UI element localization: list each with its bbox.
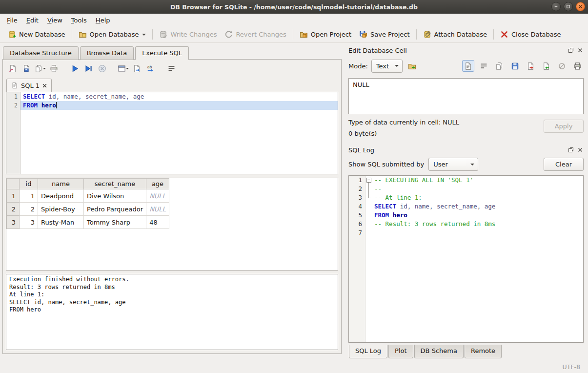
open-sql-file-icon [9,64,17,73]
menu-edit[interactable]: Edit [22,15,43,25]
row-number[interactable]: 3 [7,216,20,229]
cell[interactable]: Pedro Parqueador [84,203,146,216]
attach-database-button[interactable]: Attach Database [419,28,491,41]
word-wrap-icon [480,62,488,70]
cell[interactable]: Dive Wilson [84,189,146,203]
undock-icon[interactable] [568,146,574,153]
tab-db-schema[interactable]: DB Schema [414,345,464,358]
close-tab-icon[interactable] [42,83,47,88]
close-icon[interactable] [576,2,585,11]
save-results-button[interactable] [34,62,46,74]
open-sql-file-button[interactable] [7,62,19,74]
sql-editor[interactable]: 12 SELECT id, name, secret_name, ageFROM… [6,92,338,174]
open-project-button[interactable]: Open Project [296,28,355,41]
undock-icon[interactable] [568,47,574,54]
find-replace-button[interactable]: ab [144,62,157,74]
print-button[interactable] [571,60,584,72]
maximize-icon[interactable] [564,2,573,11]
tab-sql-log[interactable]: SQL Log [349,345,387,358]
close-database-button[interactable]: Close Database [496,28,565,41]
column-header-secret-name[interactable]: secret_name [84,179,146,189]
cell[interactable]: 1 [20,189,38,203]
set-null-icon [558,62,566,70]
export-button[interactable] [131,62,143,74]
tab-database-structure[interactable]: Database Structure [3,46,79,60]
chevron-down-icon[interactable] [142,34,146,36]
text-document-button[interactable] [462,60,474,72]
copy-button[interactable] [493,60,506,72]
row-number[interactable]: 1 [7,189,20,203]
cell[interactable]: Rusty-Man [38,216,84,229]
cell[interactable]: NULL [146,203,169,216]
menu-file[interactable]: File [2,15,22,25]
cell[interactable]: Tommy Sharp [84,216,146,229]
cell[interactable]: 3 [20,216,38,229]
column-header-age[interactable]: age [146,179,169,189]
tab-execute-sql[interactable]: Execute SQL [135,46,189,60]
clear-button[interactable]: Clear [544,158,584,171]
token [38,102,41,109]
line-number: 1 [6,92,20,101]
right-pane: Edit Database Cell Mode: Text NULL Type … [344,43,588,360]
chevron-down-icon [470,164,474,166]
column-header-id[interactable]: id [20,179,38,189]
save-sql-file-button[interactable] [20,62,33,74]
chevron-down-icon[interactable] [126,68,129,69]
open-tab-button[interactable] [117,62,129,74]
table-row[interactable]: 33Rusty-ManTommy Sharp48 [7,216,169,229]
cell-editor[interactable]: NULL [348,78,584,114]
fold-marker-icon[interactable] [365,193,372,202]
cell[interactable]: 48 [146,216,169,229]
save-button[interactable] [509,60,521,72]
word-wrap-button[interactable] [165,62,178,74]
toolbar-separator [416,29,417,40]
close-panel-icon[interactable] [577,146,584,153]
new-database-button[interactable]: New Database [4,28,69,41]
word-wrap-button[interactable] [478,60,490,72]
code-line[interactable]: SELECT id, name, secret_name, age [20,92,338,101]
tab-browse-data[interactable]: Browse Data [80,46,134,60]
execute-all-button[interactable] [69,62,81,74]
cell[interactable]: 2 [20,203,38,216]
cell[interactable]: NULL [146,189,169,203]
code-line[interactable]: FROM hero [20,101,338,110]
mode-select[interactable]: Text [371,60,403,73]
cell[interactable]: Spider-Boy [38,203,84,216]
titlebar[interactable]: DB Browser for SQLite - /home/user/code/… [0,0,588,14]
cell[interactable]: Deadpond [38,189,84,203]
minimize-icon[interactable] [551,2,561,11]
execute-current-line-button[interactable] [82,62,95,74]
fold-marker-icon[interactable] [365,185,372,193]
editor-code[interactable]: SELECT id, name, secret_name, ageFROM he… [20,92,338,174]
log-line-number: 3 [349,193,365,202]
open-file-button[interactable] [406,60,418,72]
row-number[interactable]: 2 [7,203,20,216]
results-grid[interactable]: idnamesecret_nameage11DeadpondDive Wilso… [6,178,338,270]
fold-marker-icon[interactable] [365,176,372,185]
open-database-button[interactable]: Open Database [75,28,150,41]
tab-plot[interactable]: Plot [388,345,413,358]
log-filter-select[interactable]: User [428,158,478,171]
token: id, name, secret_name, age [396,203,495,210]
sql-log-viewer[interactable]: 1234567 -- EXECUTING ALL IN 'SQL 1'---- … [348,175,584,343]
menu-tools[interactable]: Tools [67,15,91,25]
table-row[interactable]: 11DeadpondDive WilsonNULL [7,189,169,203]
close-panel-icon[interactable] [577,47,584,54]
save-project-button[interactable]: Save Project [355,28,414,41]
grid-corner-cell[interactable] [7,179,20,189]
execute-all-icon [71,64,79,73]
tab-remote[interactable]: Remote [465,345,502,358]
import-data-button[interactable] [540,60,552,72]
column-header-name[interactable]: name [38,179,84,189]
log-fold-column[interactable] [365,176,372,342]
export-data-button[interactable] [525,60,537,72]
menu-view[interactable]: View [43,15,67,25]
sql-file-tab[interactable]: SQL 1 [6,79,52,92]
table-row[interactable]: 22Spider-BoyPedro ParqueadorNULL [7,203,169,216]
menu-help[interactable]: Help [91,15,115,25]
grid-header-row: idnamesecret_nameage [7,179,169,189]
execute-current-line-icon [84,64,93,73]
print-button[interactable] [48,62,60,74]
chevron-down-icon[interactable] [43,68,46,69]
results-grid-table[interactable]: idnamesecret_nameage11DeadpondDive Wilso… [6,178,169,229]
